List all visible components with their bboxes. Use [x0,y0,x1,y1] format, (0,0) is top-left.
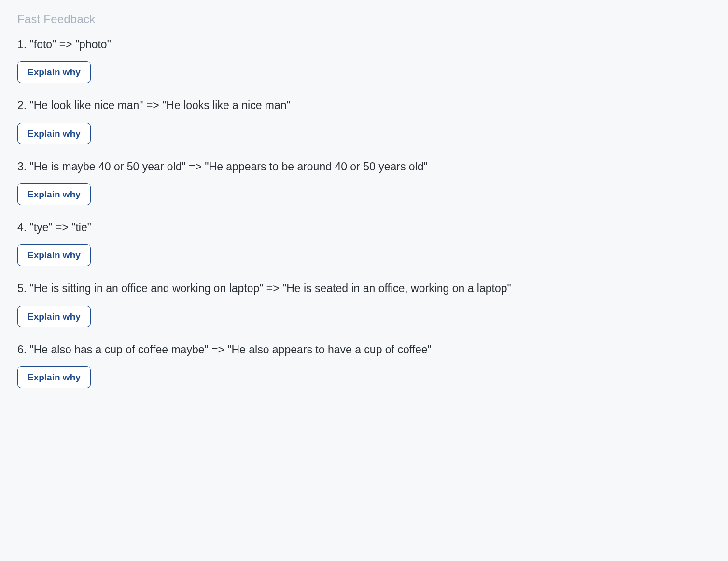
explain-why-button[interactable]: Explain why [17,123,91,144]
feedback-text: 3. "He is maybe 40 or 50 year old" => "H… [17,159,548,175]
feedback-text: 1. "foto" => "photo" [17,37,548,53]
feedback-item: 4. "tye" => "tie"Explain why [17,220,548,266]
explain-why-button[interactable]: Explain why [17,61,91,83]
section-title: Fast Feedback [17,13,548,26]
explain-why-button[interactable]: Explain why [17,366,91,388]
explain-why-button[interactable]: Explain why [17,183,91,205]
feedback-text: 2. "He look like nice man" => "He looks … [17,98,548,113]
explain-why-button[interactable]: Explain why [17,306,91,327]
feedback-item: 5. "He is sitting in an office and worki… [17,280,548,327]
feedback-text: 4. "tye" => "tie" [17,220,548,236]
feedback-list: 1. "foto" => "photo"Explain why2. "He lo… [17,37,548,388]
feedback-item: 2. "He look like nice man" => "He looks … [17,98,548,144]
feedback-item: 3. "He is maybe 40 or 50 year old" => "H… [17,159,548,205]
feedback-text: 5. "He is sitting in an office and worki… [17,280,548,296]
feedback-item: 1. "foto" => "photo"Explain why [17,37,548,83]
explain-why-button[interactable]: Explain why [17,244,91,266]
feedback-item: 6. "He also has a cup of coffee maybe" =… [17,342,548,388]
feedback-text: 6. "He also has a cup of coffee maybe" =… [17,342,548,358]
